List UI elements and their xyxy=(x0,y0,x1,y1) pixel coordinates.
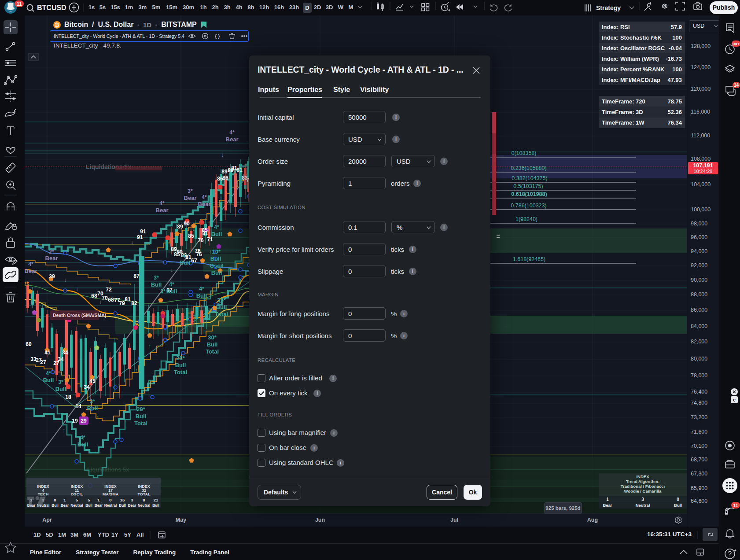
svg-text:↑: ↑ xyxy=(63,427,65,434)
svg-text:Bull: Bull xyxy=(211,231,222,237)
svg-text:68: 68 xyxy=(108,297,114,303)
svg-text:87: 87 xyxy=(133,273,140,279)
svg-text:5: 5 xyxy=(88,497,90,502)
svg-text:0.786(100323): 0.786(100323) xyxy=(511,203,546,209)
svg-text:75: 75 xyxy=(25,281,29,287)
svg-text:May: May xyxy=(176,517,186,523)
svg-text:68: 68 xyxy=(91,293,97,299)
svg-text:34: 34 xyxy=(58,356,64,362)
svg-text:e: e xyxy=(733,397,736,402)
svg-text:11: 11 xyxy=(733,503,738,508)
svg-text:1(98240): 1(98240) xyxy=(515,216,538,222)
svg-text:↓: ↓ xyxy=(221,151,224,158)
svg-text:Total: Total xyxy=(134,420,147,427)
svg-text:Total: Total xyxy=(215,311,228,317)
svg-text:925 bars, 925d: 925 bars, 925d xyxy=(545,505,580,511)
svg-text:3*: 3* xyxy=(90,398,95,405)
svg-text:4*: 4* xyxy=(202,194,207,200)
svg-text:Bull: Bull xyxy=(175,362,186,368)
svg-text:72: 72 xyxy=(106,287,112,293)
svg-text:Bull: Bull xyxy=(216,304,227,310)
svg-text:16: 16 xyxy=(120,497,125,502)
svg-text:1: 1 xyxy=(97,497,100,502)
svg-text:Bull: Bull xyxy=(674,503,682,508)
svg-text:↑: ↑ xyxy=(109,374,111,380)
svg-text:67: 67 xyxy=(191,258,197,264)
svg-text:Jun: Jun xyxy=(315,517,325,523)
svg-text:Oscil: Oscil xyxy=(210,262,224,269)
svg-text:Bull: Bull xyxy=(55,386,66,392)
svg-text:3*: 3* xyxy=(188,188,193,194)
svg-text:Neutral: Neutral xyxy=(636,503,650,508)
svg-text:Bull: Bull xyxy=(211,269,222,276)
svg-text:Bull: Bull xyxy=(119,503,126,508)
svg-text:Bear: Bear xyxy=(603,503,612,508)
svg-text:3*: 3* xyxy=(160,288,166,295)
svg-text:60: 60 xyxy=(26,341,32,347)
svg-text:Woodie / Camarilla: Woodie / Camarilla xyxy=(624,489,662,494)
svg-text:₿: ₿ xyxy=(55,22,59,28)
svg-text:4*: 4* xyxy=(229,129,235,136)
svg-text:↓: ↓ xyxy=(131,239,133,246)
svg-text:Bear: Bear xyxy=(25,268,37,274)
svg-text:Bull: Bull xyxy=(87,405,98,412)
svg-text:↓: ↓ xyxy=(76,286,78,292)
svg-text:2*: 2* xyxy=(49,249,54,255)
svg-text:INDEX: INDEX xyxy=(636,474,649,479)
svg-text:Neutral: Neutral xyxy=(70,503,83,508)
svg-text:4*: 4* xyxy=(199,286,204,292)
svg-text:0.5(103175): 0.5(103175) xyxy=(513,183,543,189)
svg-text:Bear: Bear xyxy=(61,503,69,508)
svg-text:Bull: Bull xyxy=(152,503,159,508)
svg-text:Bull: Bull xyxy=(196,292,207,299)
svg-text:Death Cross (SMA/SMA): Death Cross (SMA/SMA) xyxy=(53,313,106,318)
svg-text:↑: ↑ xyxy=(135,367,138,373)
svg-text:Bull: Bull xyxy=(43,377,54,383)
svg-text:89: 89 xyxy=(177,224,183,230)
svg-text:Apr: Apr xyxy=(42,517,52,523)
svg-text:5: 5 xyxy=(76,497,78,502)
svg-text:29: 29 xyxy=(81,418,87,424)
svg-text:81: 81 xyxy=(236,167,243,173)
svg-text:4*: 4* xyxy=(46,370,51,376)
svg-text:90: 90 xyxy=(184,221,190,227)
svg-text:Aug: Aug xyxy=(587,517,598,523)
svg-text:Bear: Bear xyxy=(198,201,211,207)
svg-text:↑: ↑ xyxy=(164,309,166,315)
svg-text:45: 45 xyxy=(89,378,96,384)
svg-text:↑10*: ↑10* xyxy=(209,248,221,255)
svg-text:↑: ↑ xyxy=(125,338,128,344)
svg-text:81: 81 xyxy=(231,165,237,171)
svg-text:41: 41 xyxy=(44,350,51,356)
svg-text:Bear: Bear xyxy=(95,503,103,508)
svg-text:4*: 4* xyxy=(214,224,219,230)
svg-text:85: 85 xyxy=(188,233,194,239)
svg-text:3*: 3* xyxy=(154,275,159,281)
svg-text:3: 3 xyxy=(131,497,133,502)
svg-text:3*: 3* xyxy=(58,379,63,385)
svg-text:Bull: Bull xyxy=(207,341,218,348)
svg-text:8: 8 xyxy=(143,497,145,502)
svg-text:91: 91 xyxy=(137,234,143,240)
svg-text:Bull: Bull xyxy=(77,441,88,448)
svg-text:Trend Algorithm:: Trend Algorithm: xyxy=(626,479,659,484)
svg-text:21: 21 xyxy=(154,497,158,502)
svg-text:Strategy: Strategy xyxy=(596,4,621,11)
svg-text:Neutral: Neutral xyxy=(104,503,117,508)
svg-text:4*: 4* xyxy=(28,261,33,267)
svg-text:Traditional / Fibonacci: Traditional / Fibonacci xyxy=(621,484,665,489)
svg-text:34: 34 xyxy=(84,384,90,390)
svg-text:81: 81 xyxy=(125,296,131,302)
svg-text:Bear: Bear xyxy=(128,503,136,508)
svg-text:86: 86 xyxy=(222,175,228,181)
svg-text:0: 0 xyxy=(677,497,679,502)
svg-text:↑: ↑ xyxy=(118,383,120,389)
svg-text:↑: ↑ xyxy=(96,414,99,420)
svg-text:29*: 29* xyxy=(136,406,145,413)
svg-text:76: 76 xyxy=(198,237,204,243)
svg-text:0(108358): 0(108358) xyxy=(512,150,537,156)
svg-text:Bull: Bull xyxy=(210,255,221,262)
svg-text:Bull: Bull xyxy=(151,281,162,288)
svg-text:Bear: Bear xyxy=(45,255,58,262)
svg-text:71: 71 xyxy=(207,236,213,243)
